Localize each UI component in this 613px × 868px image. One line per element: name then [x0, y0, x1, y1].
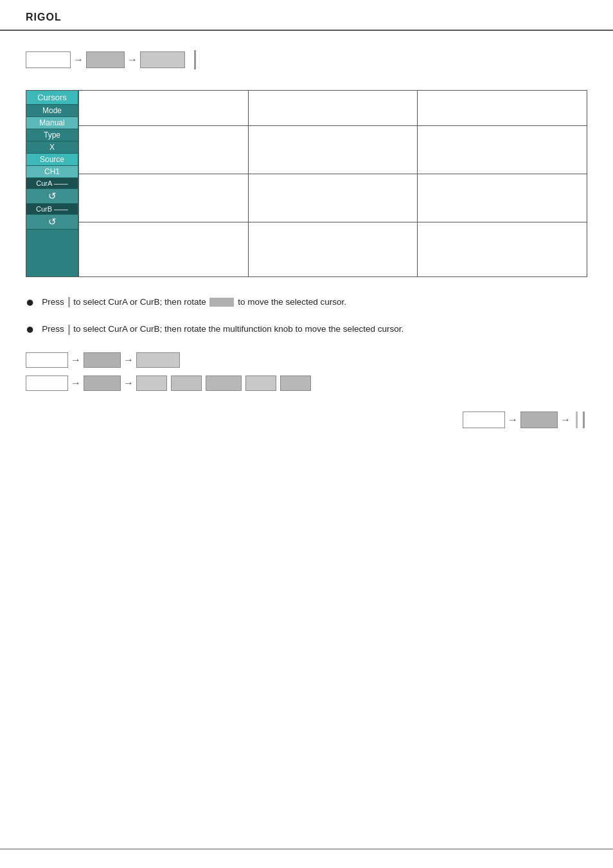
table-cell — [418, 174, 587, 222]
flow-arrow-br-1: → — [508, 414, 518, 426]
flow-arrow-3-1: → — [71, 377, 81, 389]
bullet-text-2: Press to select CurA or CurB; then rotat… — [42, 322, 587, 336]
table-cell — [79, 126, 249, 174]
table-cell — [79, 174, 249, 222]
cursors-panel-cura[interactable]: CurA —— — [26, 178, 78, 189]
small-sep-1 — [576, 411, 578, 428]
table-row — [79, 222, 587, 277]
footer — [0, 849, 613, 868]
flow-box-2-2 — [84, 352, 121, 368]
flow-box-br-1 — [463, 411, 505, 428]
flow-box-3-6 — [245, 375, 276, 391]
main-content: → → Cursors Mode Manual Type X Source CH… — [0, 50, 613, 428]
bullet-section-2: ● Press to select CurA or CurB; then rot… — [26, 322, 587, 338]
cursors-panel-title: Cursors — [26, 91, 78, 105]
cursors-panel-manual[interactable]: Manual — [26, 117, 78, 129]
table-cell — [248, 126, 418, 174]
flow-box-3-7 — [280, 375, 311, 391]
flow-arrow-br-2: → — [560, 414, 571, 426]
cursors-section: Cursors Mode Manual Type X Source CH1 Cu… — [26, 90, 587, 277]
flow-arrow-1-1: → — [73, 54, 84, 66]
flow-row-2: → → — [26, 352, 587, 368]
inline-bar-1 — [68, 297, 70, 307]
cursors-panel: Cursors Mode Manual Type X Source CH1 Cu… — [26, 90, 78, 277]
flow-arrow-1-2: → — [127, 54, 138, 66]
table-cell — [79, 222, 249, 277]
flow-arrow-2-2: → — [123, 354, 134, 366]
flow-box-3-4 — [171, 375, 202, 391]
inline-gray-box-1 — [209, 298, 234, 307]
cursors-panel-source-label: Source — [26, 154, 78, 166]
table-row — [79, 126, 587, 174]
bullet-dot-2: ● — [26, 321, 34, 338]
table-cell — [248, 174, 418, 222]
flow-arrow-3-2: → — [123, 377, 134, 389]
header: RIGOL — [0, 0, 613, 31]
table-cell — [248, 222, 418, 277]
flow-row-3: → → — [26, 375, 587, 391]
table-row — [79, 174, 587, 222]
bullet-dot-1: ● — [26, 294, 34, 311]
logo: RIGOL — [26, 12, 62, 23]
table-cell — [79, 91, 249, 126]
flow-diagram-1: → → — [26, 50, 587, 69]
bullet-text-1: Press to select CurA or CurB; then rotat… — [42, 295, 587, 309]
cursors-panel-ch1[interactable]: CH1 — [26, 166, 78, 178]
flow-diagrams-row: → → → → — [26, 352, 587, 391]
inline-bar-2 — [68, 325, 70, 335]
table-cell — [418, 126, 587, 174]
cursors-panel-cura-icon[interactable]: ↺ — [26, 189, 78, 204]
flow-box-1-3 — [140, 51, 185, 68]
bottom-right-flow: → → — [26, 411, 587, 428]
cursors-panel-curb-icon[interactable]: ↺ — [26, 215, 78, 230]
flow-box-3-1 — [26, 375, 68, 391]
small-sep-2 — [583, 411, 585, 428]
flow-box-2-1 — [26, 352, 68, 368]
flow-separator-1 — [194, 50, 196, 69]
flow-box-1-1 — [26, 51, 71, 68]
flow-box-1-2 — [86, 51, 125, 68]
table-cell — [418, 91, 587, 126]
flow-box-br-2 — [520, 411, 558, 428]
cursors-table — [78, 90, 587, 277]
cursors-panel-curb[interactable]: CurB —— — [26, 204, 78, 215]
table-cell — [418, 222, 587, 277]
flow-box-3-2 — [84, 375, 121, 391]
bullet-section-1: ● Press to select CurA or CurB; then rot… — [26, 295, 587, 311]
flow-arrow-2-1: → — [71, 354, 81, 366]
cursors-panel-type-label: Type — [26, 129, 78, 141]
table-row — [79, 91, 587, 126]
flow-box-3-3 — [136, 375, 167, 391]
flow-box-2-3 — [136, 352, 180, 368]
table-cell — [248, 91, 418, 126]
cursors-panel-mode-label: Mode — [26, 105, 78, 117]
flow-box-3-5 — [206, 375, 242, 391]
cursors-panel-x[interactable]: X — [26, 141, 78, 154]
